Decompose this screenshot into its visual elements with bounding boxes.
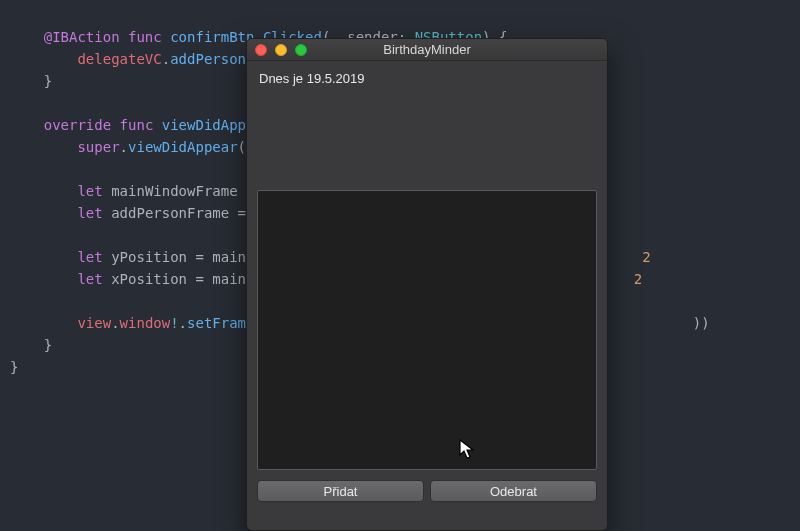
- setframe-call: setFrame: [187, 315, 254, 331]
- add-button[interactable]: Přidat: [257, 480, 424, 502]
- date-label: Dnes je 19.5.2019: [257, 69, 597, 92]
- var-xposition: xPosition: [111, 271, 187, 287]
- view-prop: view: [77, 315, 111, 331]
- num-2b: 2: [634, 271, 642, 287]
- kw-let4: let: [77, 271, 102, 287]
- delegate-vc: delegateVC: [77, 51, 161, 67]
- button-row: Přidat Odebrat: [257, 470, 597, 502]
- attr-ibaction: @IBAction: [44, 29, 120, 45]
- window-titlebar[interactable]: BirthdayMinder: [247, 39, 607, 61]
- kw-func2: func: [120, 117, 154, 133]
- remove-button[interactable]: Odebrat: [430, 480, 597, 502]
- add-button-label: Přidat: [324, 484, 358, 499]
- app-window: BirthdayMinder Dnes je 19.5.2019 Přidat …: [246, 38, 608, 531]
- var-yposition: yPosition: [111, 249, 187, 265]
- trailing-parens: )): [693, 315, 710, 331]
- call-addperson: addPerson: [170, 51, 246, 67]
- kw-func: func: [128, 29, 162, 45]
- kw-let1: let: [77, 183, 102, 199]
- remove-button-label: Odebrat: [490, 484, 537, 499]
- window-prop: window: [120, 315, 171, 331]
- kw-override: override: [44, 117, 111, 133]
- num-2a: 2: [642, 249, 650, 265]
- kw-super: super: [77, 139, 119, 155]
- kw-let2: let: [77, 205, 102, 221]
- list-view[interactable]: [257, 190, 597, 470]
- kw-let3: let: [77, 249, 102, 265]
- window-content: Dnes je 19.5.2019 Přidat Odebrat: [247, 61, 607, 530]
- window-title: BirthdayMinder: [247, 42, 607, 57]
- var-mainwindowframe: mainWindowFrame: [111, 183, 237, 199]
- content-spacer: [257, 92, 597, 190]
- var-addpersonframe: addPersonFrame: [111, 205, 229, 221]
- super-call: viewDidAppear: [128, 139, 238, 155]
